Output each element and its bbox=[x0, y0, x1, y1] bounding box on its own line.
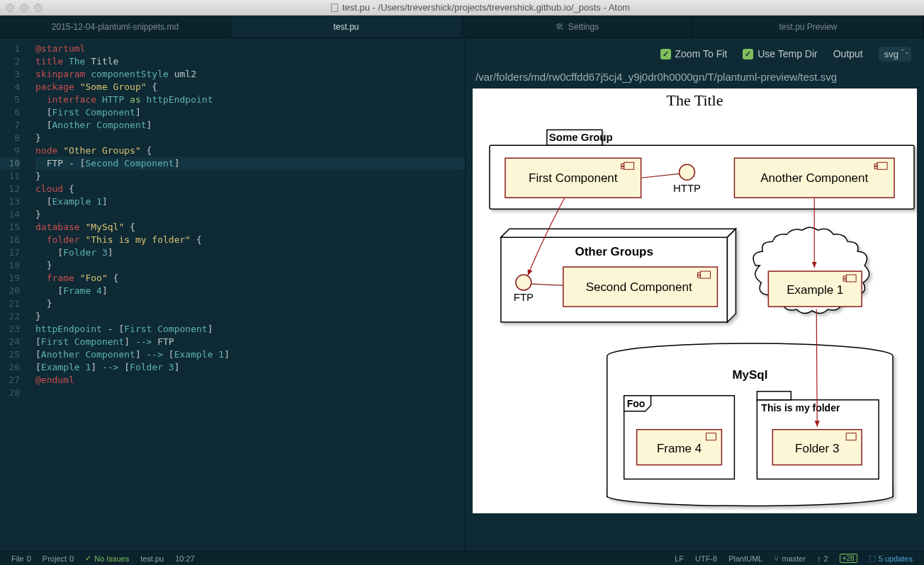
frame-foo-label: Foo bbox=[627, 398, 646, 409]
code-line[interactable]: cloud { bbox=[35, 183, 465, 195]
interface-ftp bbox=[516, 275, 531, 290]
status-encoding[interactable]: UTF-8 bbox=[689, 554, 723, 563]
window-title-text: test.pu - /Users/trevershick/projects/tr… bbox=[342, 2, 630, 13]
editor-pane[interactable]: 1234567891011121314151617181920212223242… bbox=[0, 38, 465, 551]
tab-settings[interactable]: 🛠Settings bbox=[462, 16, 693, 38]
code-line[interactable]: database "MySql" { bbox=[35, 221, 465, 234]
svg-rect-35 bbox=[757, 392, 791, 400]
status-file-label: File bbox=[11, 554, 24, 563]
status-diff[interactable]: +28 bbox=[834, 554, 863, 563]
minimize-window-button[interactable] bbox=[20, 4, 28, 12]
code-line[interactable]: package "Some Group" { bbox=[35, 81, 465, 93]
tab-label: test.pu Preview bbox=[779, 22, 837, 32]
tab-label: 2015-12-04-plantuml-snippets.md bbox=[52, 22, 179, 32]
code-line[interactable]: folder "This is my folder" { bbox=[35, 234, 465, 246]
line-number: 15 bbox=[0, 221, 20, 234]
code-line[interactable]: [Example 1] bbox=[35, 195, 465, 208]
line-number: 23 bbox=[0, 323, 20, 336]
code-line[interactable]: } bbox=[35, 259, 465, 272]
tab-label: Settings bbox=[568, 22, 599, 32]
line-number: 12 bbox=[0, 183, 20, 195]
svg-rect-16 bbox=[697, 273, 700, 275]
status-branch[interactable]: ⑂ master bbox=[768, 554, 811, 563]
code-line[interactable]: [First Component] --> FTP bbox=[35, 336, 465, 348]
status-updates-label: 5 updates bbox=[879, 554, 913, 563]
status-cursor[interactable]: 10:27 bbox=[169, 554, 201, 563]
svg-marker-12 bbox=[501, 229, 736, 237]
close-window-button[interactable] bbox=[6, 4, 14, 12]
svg-rect-21 bbox=[843, 279, 846, 281]
plantuml-diagram: The Title Some Group First Component bbox=[473, 89, 917, 513]
file-icon bbox=[331, 4, 338, 12]
status-ahead[interactable]: ↑ 2 bbox=[811, 554, 834, 563]
svg-marker-13 bbox=[727, 229, 736, 322]
code-line[interactable]: } bbox=[35, 170, 465, 183]
database-label: MySql bbox=[732, 368, 767, 382]
tab-label: test.pu bbox=[333, 22, 359, 32]
window-title: test.pu - /Users/trevershick/projects/tr… bbox=[43, 2, 918, 13]
tab-2015-12-04-plantuml-snippets-md[interactable]: 2015-12-04-plantuml-snippets.md bbox=[0, 16, 231, 38]
code-line[interactable]: } bbox=[35, 297, 465, 310]
title-bar: test.pu - /Users/trevershick/projects/tr… bbox=[0, 0, 924, 16]
line-number: 7 bbox=[0, 119, 20, 132]
git-branch-icon: ⑂ bbox=[774, 554, 779, 563]
component-frame4-label: Frame 4 bbox=[657, 442, 702, 455]
code-line[interactable]: title The Title bbox=[35, 55, 465, 68]
output-format-value: svg bbox=[884, 49, 898, 59]
code-line[interactable]: [First Component] bbox=[35, 106, 465, 119]
status-project-label: Project bbox=[43, 554, 67, 563]
code-line[interactable]: } bbox=[35, 132, 465, 144]
code-line[interactable]: [Another Component] bbox=[35, 119, 465, 132]
status-updates[interactable]: ⬚ 5 updates bbox=[863, 554, 918, 563]
code-line[interactable] bbox=[35, 387, 465, 399]
code-line[interactable]: [Another Component] --> [Example 1] bbox=[35, 348, 465, 361]
svg-rect-8 bbox=[874, 164, 877, 166]
code-line[interactable]: } bbox=[35, 310, 465, 323]
gear-icon: 🛠 bbox=[556, 22, 564, 32]
code-line[interactable]: @startuml bbox=[35, 42, 465, 55]
line-number: 11 bbox=[0, 170, 20, 183]
code-area[interactable]: @startumltitle The Titleskinparam compon… bbox=[30, 38, 465, 551]
code-line[interactable]: } bbox=[35, 208, 465, 221]
status-issues[interactable]: ✓ No Issues bbox=[79, 554, 135, 563]
code-line[interactable]: [Folder 3] bbox=[35, 246, 465, 259]
component-example-label: Example 1 bbox=[787, 283, 843, 297]
code-line[interactable]: FTP - [Second Component] bbox=[35, 157, 465, 170]
status-bar: File 0 Project 0 ✓ No Issues test.pu 10:… bbox=[0, 551, 924, 565]
gutter: 1234567891011121314151617181920212223242… bbox=[0, 38, 30, 551]
line-number: 16 bbox=[0, 234, 20, 246]
line-number: 2 bbox=[0, 55, 20, 68]
code-line[interactable]: [Example 1] --> [Folder 3] bbox=[35, 361, 465, 374]
status-project[interactable]: Project 0 bbox=[37, 554, 79, 563]
code-line[interactable]: interface HTTP as httpEndpoint bbox=[35, 93, 465, 106]
code-line[interactable]: node "Other Groups" { bbox=[35, 144, 465, 157]
zoom-to-fit-checkbox[interactable]: ✓ Zoom To Fit bbox=[660, 48, 728, 59]
status-filename[interactable]: test.pu bbox=[135, 554, 169, 563]
line-number: 6 bbox=[0, 106, 20, 119]
code-line[interactable]: @enduml bbox=[35, 374, 465, 387]
code-line[interactable]: httpEndpoint - [First Component] bbox=[35, 323, 465, 336]
content: 1234567891011121314151617181920212223242… bbox=[0, 38, 924, 551]
status-grammar[interactable]: PlantUML bbox=[723, 554, 768, 563]
interface-http bbox=[680, 164, 695, 180]
zoom-window-button[interactable] bbox=[34, 4, 43, 12]
use-temp-dir-checkbox[interactable]: ✓ Use Temp Dir bbox=[743, 48, 818, 59]
status-ahead-count: 2 bbox=[824, 554, 828, 563]
line-number: 22 bbox=[0, 310, 20, 323]
package-label: Some Group bbox=[549, 131, 613, 143]
code-line[interactable]: [Frame 4] bbox=[35, 285, 465, 297]
folder-label: This is my folder bbox=[761, 402, 840, 413]
code-line[interactable]: frame "Foo" { bbox=[35, 272, 465, 285]
status-eol[interactable]: LF bbox=[669, 554, 689, 563]
line-number: 28 bbox=[0, 387, 20, 399]
checkbox-icon: ✓ bbox=[743, 49, 753, 59]
tab-test-pu-preview[interactable]: test.pu Preview bbox=[693, 16, 924, 38]
status-project-count: 0 bbox=[69, 554, 74, 563]
status-file[interactable]: File 0 bbox=[6, 554, 37, 563]
code-line[interactable]: skinparam componentStyle uml2 bbox=[35, 68, 465, 81]
line-number: 18 bbox=[0, 259, 20, 272]
line-number: 10 bbox=[0, 157, 20, 170]
output-format-select[interactable]: svg bbox=[879, 47, 911, 62]
interface-ftp-label: FTP bbox=[514, 291, 534, 303]
tab-test-pu[interactable]: test.pu bbox=[231, 16, 462, 38]
